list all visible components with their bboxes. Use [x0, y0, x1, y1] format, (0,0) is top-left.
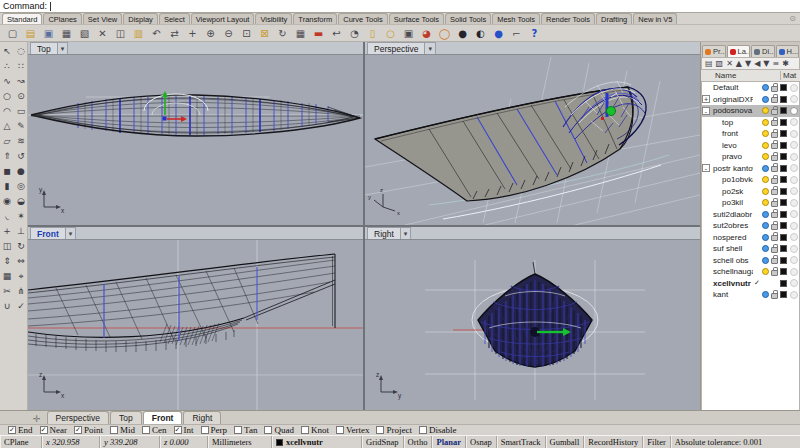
osnap-checkbox[interactable] [8, 426, 16, 434]
toolbar-tab[interactable]: Curve Tools [338, 13, 387, 24]
render-preview-icon[interactable]: ◯ [436, 26, 453, 41]
osnap-checkbox[interactable] [336, 426, 344, 434]
layer-lock-icon[interactable] [771, 120, 778, 126]
history-icon[interactable]: ◔ [346, 26, 363, 41]
layer-color-swatch[interactable] [780, 245, 787, 252]
layer-expand-toggle[interactable]: - [702, 107, 710, 115]
move-down-icon[interactable]: ▼ [745, 59, 751, 68]
paste-icon[interactable]: ▥ [130, 26, 147, 41]
osnap-option[interactable]: Perp [201, 425, 228, 435]
layer-visibility-bulb-icon[interactable] [762, 96, 769, 103]
toolbar-tab[interactable]: Select [159, 13, 190, 24]
layer-material-icon[interactable] [790, 233, 798, 241]
named-views-icon[interactable]: ▬ [310, 26, 327, 41]
layer-color-swatch[interactable] [780, 234, 787, 241]
layer-lock-icon[interactable] [771, 235, 778, 241]
lock-icon[interactable]: ▣ [400, 26, 417, 41]
trim-tool-icon[interactable]: ✂ [0, 284, 14, 299]
collapse-icon[interactable]: ◀ [754, 59, 760, 68]
layer-visibility-bulb-icon[interactable] [762, 291, 769, 298]
layer-color-swatch[interactable] [780, 291, 787, 298]
zoom-window-icon[interactable]: ⊡ [238, 26, 255, 41]
osnap-checkbox[interactable] [419, 426, 427, 434]
lasso-select-icon[interactable]: ◌ [14, 44, 28, 59]
viewport-right-canvas[interactable]: z y [365, 240, 700, 410]
layer-material-icon[interactable] [790, 268, 798, 276]
viewport-top-canvas[interactable]: y x [28, 55, 363, 225]
undo-icon[interactable]: ↶ [148, 26, 165, 41]
viewport-right-titlebar[interactable]: Right ▾ [365, 227, 700, 240]
toolbar-tab[interactable]: Viewport Layout [191, 13, 255, 24]
layer-lock-icon[interactable] [771, 155, 778, 161]
layer-row[interactable]: pravo [702, 151, 799, 163]
layer-color-swatch[interactable] [780, 268, 787, 275]
layer-row[interactable]: - postr kantov1 [702, 163, 799, 175]
viewport-perspective-label[interactable]: Perspective [367, 42, 425, 54]
osnap-option[interactable]: Point [74, 425, 103, 435]
layer-material-icon[interactable] [790, 279, 798, 287]
status-toggle-button[interactable]: GridSnap [362, 436, 404, 448]
toolbar-tab[interactable]: Solid Tools [445, 13, 491, 24]
print-icon[interactable]: ▦ [58, 26, 75, 41]
polyline-tool-icon[interactable]: ∿ [0, 74, 14, 89]
viewport-front-label[interactable]: Front [30, 227, 66, 239]
osnap-checkbox[interactable] [74, 426, 82, 434]
osnap-checkbox[interactable] [234, 426, 242, 434]
help-icon[interactable]: ? [526, 26, 543, 41]
layer-lock-icon[interactable] [771, 97, 778, 103]
layer-visibility-bulb-icon[interactable] [762, 211, 769, 218]
move-up-icon[interactable]: ▲ [736, 59, 742, 68]
layer-color-swatch[interactable] [780, 176, 787, 183]
layer-visibility-bulb-icon[interactable] [762, 222, 769, 229]
layer-visibility-bulb-icon[interactable] [762, 119, 769, 126]
layer-lock-icon[interactable] [771, 178, 778, 184]
layer-material-icon[interactable] [790, 118, 798, 126]
layer-material-icon[interactable] [790, 256, 798, 264]
osnap-option[interactable]: Project [376, 425, 412, 435]
layer-visibility-bulb-icon[interactable] [762, 142, 769, 149]
layer-color-swatch[interactable] [780, 142, 787, 149]
surface-tool-icon[interactable]: ▱ [0, 134, 14, 149]
layer-row[interactable]: po3kil [702, 197, 799, 209]
name-column-header[interactable]: Name [701, 71, 780, 80]
open-file-icon[interactable]: ▤ [22, 26, 39, 41]
layer-color-swatch[interactable] [780, 165, 787, 172]
check-tool-icon[interactable]: ✓ [14, 299, 28, 314]
array-tool-icon[interactable]: ▦ [0, 269, 14, 284]
status-toggle-button[interactable]: SmartTrack [497, 436, 546, 448]
notes-icon[interactable]: ▯ [364, 26, 381, 41]
layer-lock-icon[interactable] [771, 166, 778, 172]
layer-material-icon[interactable] [790, 187, 798, 195]
layer-color-swatch[interactable] [780, 119, 787, 126]
layer-visibility-bulb-icon[interactable] [762, 176, 769, 183]
material-column-header[interactable]: Mat [780, 71, 800, 80]
layer-visibility-bulb-icon[interactable] [762, 188, 769, 195]
list-tools-icon[interactable]: ≡ [772, 59, 779, 68]
layer-lock-icon[interactable] [771, 212, 778, 218]
osnap-option[interactable]: Near [40, 425, 68, 435]
polygon-tool-icon[interactable]: △ [0, 119, 14, 134]
layer-expand-toggle[interactable]: + [702, 95, 710, 103]
layer-row[interactable]: nospered [702, 232, 799, 244]
layer-material-icon[interactable] [790, 107, 798, 115]
layer-color-swatch[interactable] [780, 153, 787, 160]
osnap-option[interactable]: Int [174, 425, 194, 435]
viewport-menu-arrow-icon[interactable]: ▾ [58, 42, 69, 54]
layer-color-swatch[interactable] [780, 211, 787, 218]
layer-lock-icon[interactable] [771, 189, 778, 195]
toolbar-tab[interactable]: Surface Tools [389, 13, 444, 24]
panel-tab[interactable]: Pr... [702, 45, 726, 57]
toolbar-tab[interactable]: Mesh Tools [492, 13, 540, 24]
osnap-checkbox[interactable] [301, 426, 309, 434]
ellipse-tool-icon[interactable]: ⊙ [14, 89, 28, 104]
zoom-out-icon[interactable]: ⊖ [220, 26, 237, 41]
layer-color-swatch[interactable] [780, 188, 787, 195]
viewport-menu-arrow-icon[interactable]: ▾ [66, 227, 77, 239]
layer-row[interactable]: suf shell [702, 243, 799, 255]
command-bar[interactable]: Command: [0, 0, 800, 13]
cut-icon[interactable]: ✕ [94, 26, 111, 41]
point-tool-icon[interactable]: ∴ [0, 59, 14, 74]
layer-color-swatch[interactable] [780, 107, 787, 114]
point-cloud-icon[interactable]: ∷ [14, 59, 28, 74]
layer-lock-icon[interactable] [771, 86, 778, 92]
